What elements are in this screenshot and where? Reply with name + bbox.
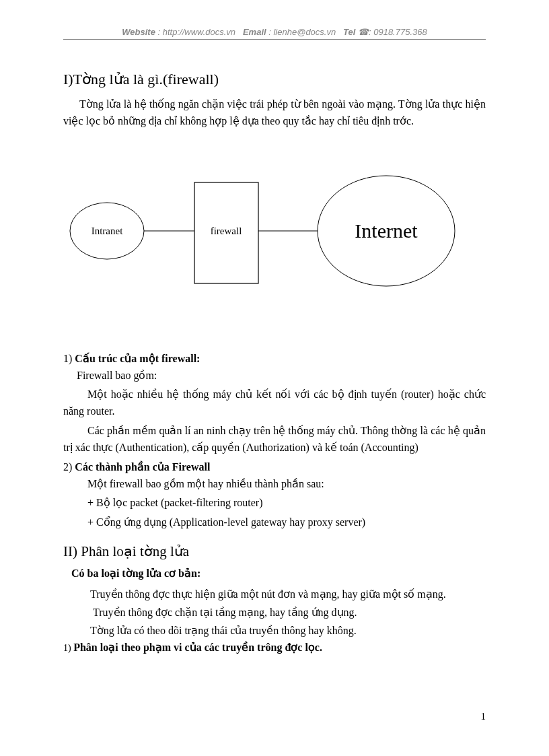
sub1-line-2: Một hoặc nhiều hệ thống máy chủ kết nối … <box>63 386 486 420</box>
phone-icon: ☎ <box>355 27 369 37</box>
s2-sub1-heading: 1) Phân loại theo phạm vi của các truyền… <box>63 641 486 654</box>
website-sep: : <box>155 27 163 37</box>
subsection-1-title: Cấu trúc của một firewall: <box>75 353 200 364</box>
firewall-diagram: Intranet firewall Internet <box>63 170 486 305</box>
diagram-intranet-label: Intranet <box>92 226 123 236</box>
tel-label: Tel <box>343 27 355 37</box>
email-sep: : <box>266 27 274 37</box>
subsection-1-num: 1) <box>63 353 75 364</box>
subsection-2-num: 2) <box>63 461 75 473</box>
section-2-heading: II) Phân loại tờng lửa <box>63 543 486 560</box>
diagram-firewall-label: firewall <box>211 226 242 236</box>
s2-item-3: Tờng lửa có theo dõi trạng thái của truy… <box>63 621 486 640</box>
section-1-paragraph: Tờng lửa là hệ thống ngăn chặn việc trái… <box>63 96 486 130</box>
email-label: Email <box>243 27 266 37</box>
sub1-line-3: Các phần mềm quản lí an ninh chạy trên h… <box>63 423 486 456</box>
sub2-item-1: + Bộ lọc packet (packet-filtering router… <box>63 495 486 512</box>
website-label: Website <box>122 27 155 37</box>
sub2-item-2: + Cổng ứng dụng (Application-level gatew… <box>63 514 486 531</box>
subsection-1-heading: 1) Cấu trúc của một firewall: <box>63 352 486 365</box>
sub2-line-1: Một firewall bao gồm một hay nhiều thành… <box>63 476 486 493</box>
subsection-2-heading: 2) Các thành phần của Firewall <box>63 460 486 473</box>
sub1-line-1: Firewall bao gồm: <box>63 368 486 384</box>
email-value: lienhe@docs.vn <box>273 27 336 37</box>
diagram-internet-label: Internet <box>355 219 418 242</box>
section-1-heading: I)Tờng lửa là gì.(firewall) <box>63 71 486 88</box>
tel-value: 0918.775.368 <box>373 27 427 37</box>
page-content: I)Tờng lửa là gì.(firewall) Tờng lửa là … <box>63 71 486 656</box>
website-url: http://www.docs.vn <box>163 27 235 37</box>
s2-item-1: Truyền thông đợc thực hiện giữa một nút … <box>63 585 486 603</box>
s2-sub1-num: 1) <box>63 643 73 653</box>
page-header: Website : http://www.docs.vn Email : lie… <box>63 27 486 40</box>
section-2-lead: Có ba loại tờng lửa cơ bản: <box>63 565 486 582</box>
subsection-2-title: Các thành phần của Firewall <box>75 461 210 473</box>
s2-item-2: Truyền thông đợc chặn tại tầng mạng, hay… <box>63 603 486 621</box>
page-number: 1 <box>481 711 486 722</box>
s2-sub1-title: Phân loại theo phạm vi của các truyền tr… <box>73 642 322 653</box>
